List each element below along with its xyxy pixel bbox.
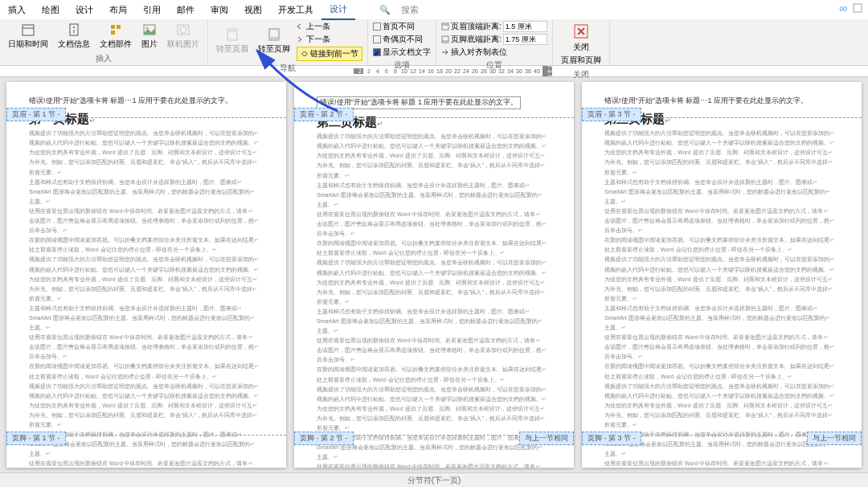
svg-point-4 [73,27,75,28]
tab-mail[interactable]: 邮件 [169,1,203,19]
next-button[interactable]: 下一条 [297,34,362,45]
document-page[interactable]: 错误!使用"开始"选项卡将 标题⋯1 应用于要在此处显示的文字。第三页标题视频提… [582,82,862,468]
infinity-icon[interactable]: ∞ [839,2,847,14]
body-paragraph: 主题。 [317,201,551,208]
body-paragraph: 主题。 [317,453,551,460]
docinfo-icon [67,23,81,37]
odd-even-diff-checkbox[interactable]: 奇偶页不同 [373,34,431,45]
tab-dev[interactable]: 开发工具 [270,1,321,19]
body-paragraph: 视频提供了功能强大的方法帮助您证明您的观点。当您单击联机视频时，可以在想要添加的 [604,383,839,390]
svg-rect-8 [111,31,115,35]
body-paragraph: SmartArt 图形将会更改以匹配新的主题。当应用样式时，您的标题会进行更改以… [604,188,839,195]
document-canvas[interactable]: 错误!使用"开始"选项卡将 标题⋯1 应用于要在此处显示的文字。第一页标题视频提… [0,77,868,479]
same-as-previous-tag: 与上一节相同 [807,432,862,445]
body-paragraph: 为使您的文档具有专业外观，Word 提供了页眉、页脚、封面和文本框设计，这些设计… [317,405,551,412]
datetime-button[interactable]: 日期和时间 [5,21,51,51]
calendar-icon [21,23,35,37]
status-bar: 分节符(下一页) [0,473,868,487]
body-paragraph: 处之前需要停止读取，Word 会记住您的停止位置 - 即使在另一个设备上。 [604,246,839,253]
link-to-previous-button[interactable]: 链接到前一节 [297,47,362,61]
search-prompt[interactable]: 🔍 搜索 [371,1,435,19]
footer-section-tag: 页脚 - 第 1 节 - [6,432,66,445]
body-paragraph: 在新的阅读视图中阅读更加容易。可以折叠文档某些部分并关注所需文本。如果在达到结尾 [317,366,551,373]
goto-footer-button[interactable]: 转至页脚 [255,26,293,56]
body-paragraph: 处之前需要停止读取，Word 会记住您的停止位置 - 即使在另一个设备上。 [29,246,264,253]
body-paragraph: 主题和样式也有助于文档保持协调。当您单击设计并选择新的主题时，图片、图表或 [29,178,264,186]
document-page[interactable]: 错误!使用"开始"选项卡将 标题 1 应用于要在此处显示的文字。第二页标题视频提… [294,82,574,468]
body-paragraph: 处之前需要停止读取，Word 会记住您的停止位置 - 即使在另一个设备上。 [604,373,839,380]
body-paragraph: SmartArt 图形将会更改以匹配新的主题。当应用样式时，您的标题会进行更改以… [317,317,551,325]
document-page[interactable]: 错误!使用"开始"选项卡将 标题⋯1 应用于要在此处显示的文字。第一页标题视频提… [6,82,286,468]
body-paragraph: 使用在需要位置出现的新按钮在 Word 中保存时间。若要更改图片适应文档的方式，… [317,463,551,468]
close-icon [572,23,590,40]
close-header-footer-button[interactable]: 关闭 页眉和页脚 [558,21,604,68]
body-paragraph: 为补充。例如，您可以添加匹配的封面、页眉和提要栏。单击"插入"，然后从不同库中选… [29,285,264,293]
docinfo-button[interactable]: 文档信息 [55,21,93,51]
body-paragraph: 为补充。例如，您可以添加匹配的封面、页眉和提要栏。单击"插入"，然后从不同库中选… [604,411,839,419]
header-section-tag: 页眉 - 第 3 节 - [582,108,641,121]
body-paragraph: 在新的阅读视图中阅读更加容易。可以折叠文档某些部分并关注所需文本。如果在达到结尾 [29,362,264,370]
svg-rect-6 [111,25,115,29]
body-paragraph: 使用在需要位置出现的新按钮在 Word 中保存时间。若要更改图片适应文档的方式，… [604,334,839,341]
svg-rect-19 [442,36,448,43]
body-paragraph: 使用在需要位置出现的新按钮在 Word 中保存时间。若要更改图片适应文档的方式，… [604,460,839,467]
body-paragraph: 使用在需要位置出现的新按钮在 Word 中保存时间。若要更改图片适应文档的方式，… [317,211,551,218]
body-paragraph: 主题。 [29,198,264,205]
body-paragraph: 视频的嵌入代码中进行粘贴。您也可以键入一个关键字以联机搜索最适合您的文档的视频。 [29,139,264,146]
horizontal-ruler[interactable]: 2 246810121416182022242628303234363840 4… [0,66,868,77]
svg-rect-1 [23,25,34,35]
svg-rect-7 [117,25,121,29]
body-paragraph: 视频的嵌入代码中进行粘贴。您也可以键入一个关键字以联机搜索最适合您的文档的视频。 [317,142,551,149]
body-paragraph: 击该图片，图片旁边将会显示布局选项按钮。当处理表格时，单击要添加行或列的位置，然 [317,346,551,354]
picture-button[interactable]: 图片 [138,21,161,51]
footer-bottom-distance[interactable]: 页脚底端距离: [441,34,547,45]
body-paragraph: 后单击加号。 [29,353,264,360]
first-page-diff-checkbox[interactable]: 首页不同 [373,21,431,32]
footer-section-tag: 页脚 - 第 2 节 - [294,432,354,445]
body-paragraph: 为使您的文档具有专业外观，Word 提供了页眉、页脚、封面和文本框设计，这些设计… [29,402,264,409]
body-paragraph: 视频提供了功能强大的方法帮助您证明您的观点。当您单击联机视频时，可以在想要添加的 [29,256,264,263]
footer-bottom-input[interactable] [503,34,547,45]
body-paragraph: 主题。 [29,324,264,331]
body-paragraph: 所需元素。 [604,169,839,176]
body-paragraph: 为补充。例如，您可以添加匹配的封面、页眉和提要栏。单击"插入"，然后从不同库中选… [317,415,551,422]
body-paragraph: 视频的嵌入代码中进行粘贴。您也可以键入一个关键字以联机搜索最适合您的文档的视频。 [29,266,264,273]
body-paragraph: 视频的嵌入代码中进行粘贴。您也可以键入一个关键字以联机搜索最适合您的文档的视频。 [604,139,839,146]
tab-layout[interactable]: 布局 [101,1,135,19]
svg-rect-16 [269,37,279,40]
body-paragraph: 为使您的文档具有专业外观，Word 提供了页眉、页脚、封面和文本框设计，这些设计… [29,149,264,156]
body-paragraph: 使用在需要位置出现的新按钮在 Word 中保存时间。若要更改图片适应文档的方式，… [29,334,264,341]
picture-icon [142,23,157,37]
share-icon[interactable] [852,2,863,14]
header-top-distance[interactable]: 页眉顶端距离: [441,21,547,32]
body-paragraph: 在新的阅读视图中阅读更加容易。可以折叠文档某些部分并关注所需文本。如果在达到结尾 [604,362,839,370]
svg-point-10 [146,27,149,30]
body-paragraph: 所需元素。 [29,295,264,302]
prev-button[interactable]: 上一条 [297,21,362,32]
tab-design-context[interactable]: 设计 [321,0,355,20]
tab-insert[interactable]: 插入 [0,1,34,19]
insert-align-tab-button[interactable]: 插入对齐制表位 [441,47,547,58]
tab-view[interactable]: 视图 [236,1,270,19]
body-paragraph: 视频的嵌入代码中进行粘贴。您也可以键入一个关键字以联机搜索最适合您的文档的视频。 [604,266,839,273]
body-paragraph: 后单击加号。 [317,356,551,363]
body-paragraph: 视频提供了功能强大的方法帮助您证明您的观点。当您单击联机视频时，可以在想要添加的 [604,129,839,137]
body-paragraph: 为使您的文档具有专业外观，Word 提供了页眉、页脚、封面和文本框设计，这些设计… [604,149,839,156]
tab-icon [441,48,449,56]
body-paragraph: 主题和样式也有助于文档保持协调。当您单击设计并选择新的主题时，图片、图表或 [604,305,839,312]
body-paragraph: 后单击加号。 [29,227,264,234]
tab-draw[interactable]: 绘图 [34,1,68,19]
tab-review[interactable]: 审阅 [203,1,236,19]
body-paragraph: 击该图片，图片旁边将会显示布局选项按钮。当处理表格时，单击要添加行或列的位置，然 [604,343,839,350]
nav-group-label: 导航 [213,61,362,74]
docparts-button[interactable]: 文档部件 [96,21,135,51]
prev-icon [297,23,305,31]
show-doc-text-checkbox[interactable]: ✓显示文档文字 [373,47,431,58]
body-paragraph: 为使您的文档具有专业外观，Word 提供了页眉、页脚、封面和文本框设计，这些设计… [604,276,839,283]
tab-design[interactable]: 设计 [68,1,101,19]
link-icon [301,50,309,58]
body-paragraph: 视频提供了功能强大的方法帮助您证明您的观点。当您单击联机视频时，可以在想要添加的 [29,129,264,137]
body-paragraph: 视频提供了功能强大的方法帮助您证明您的观点。当您单击联机视频时，可以在想要添加的 [317,386,551,393]
header-top-input[interactable] [503,21,547,32]
tab-refs[interactable]: 引用 [135,1,169,19]
